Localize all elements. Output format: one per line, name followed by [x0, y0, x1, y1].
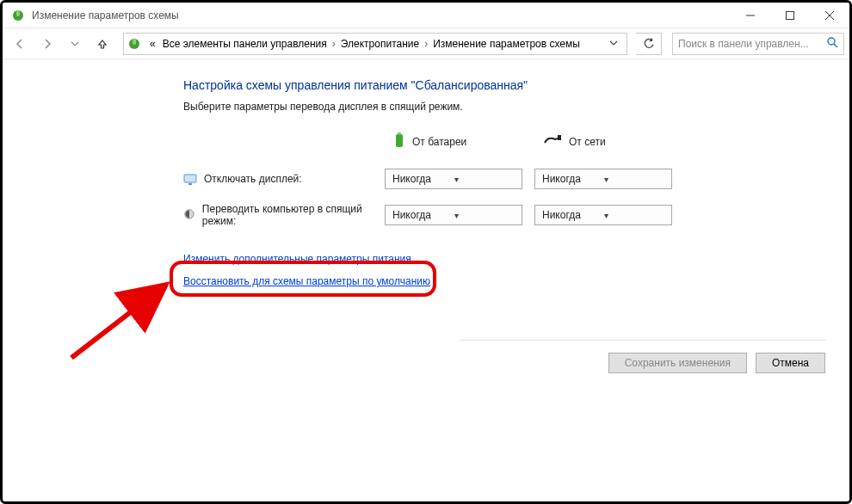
- maximize-button[interactable]: [770, 3, 810, 28]
- plug-icon: [543, 134, 562, 149]
- display-battery-select[interactable]: Никогда ▾: [385, 169, 522, 189]
- row-display-label: Отключать дисплей:: [183, 163, 373, 194]
- address-bar[interactable]: « Все элементы панели управления › Элект…: [123, 33, 627, 55]
- forward-button[interactable]: [35, 32, 59, 56]
- svg-rect-1: [16, 10, 20, 16]
- page-heading: Настройка схемы управления питанием "Сба…: [183, 78, 849, 92]
- window-title: Изменение параметров схемы: [32, 9, 731, 22]
- chevron-right-icon: ›: [332, 38, 336, 50]
- breadcrumb-item[interactable]: Электропитание: [337, 38, 423, 50]
- close-button[interactable]: [810, 3, 849, 28]
- svg-rect-7: [133, 39, 136, 45]
- advanced-settings-link[interactable]: Изменить дополнительные параметры питани…: [183, 253, 411, 265]
- sleep-icon: [183, 208, 195, 222]
- breadcrumb-item[interactable]: Изменение параметров схемы: [429, 38, 583, 50]
- display-icon: [183, 172, 197, 186]
- cancel-button[interactable]: Отмена: [756, 353, 825, 373]
- chevron-down-icon: ▾: [604, 175, 666, 184]
- col-header-battery: От батареи: [385, 128, 522, 163]
- breadcrumb-item[interactable]: Все элементы панели управления: [159, 38, 330, 50]
- search-placeholder: Поиск в панели управлен...: [678, 38, 824, 50]
- page-subheading: Выберите параметры перевода дисплея в сп…: [183, 101, 849, 113]
- recent-dropdown[interactable]: [63, 32, 87, 56]
- sleep-battery-select[interactable]: Никогда ▾: [385, 205, 522, 225]
- title-bar: Изменение параметров схемы: [3, 3, 849, 28]
- row-sleep-label: Переводить компьютер в спящий режим:: [183, 194, 373, 236]
- svg-line-9: [834, 44, 837, 47]
- search-input[interactable]: Поиск в панели управлен...: [672, 33, 844, 55]
- sleep-ac-select[interactable]: Никогда ▾: [534, 205, 672, 225]
- nav-bar: « Все элементы панели управления › Элект…: [3, 28, 849, 59]
- power-icon: [127, 37, 141, 51]
- button-row: Сохранить изменения Отмена: [460, 340, 825, 373]
- chevron-down-icon: ▾: [454, 211, 516, 220]
- back-button[interactable]: [8, 32, 32, 56]
- svg-rect-14: [188, 183, 192, 185]
- content-area: Настройка схемы управления питанием "Сба…: [3, 59, 849, 298]
- col-header-battery-label: От батареи: [412, 136, 466, 148]
- svg-rect-11: [398, 132, 401, 135]
- col-header-ac: От сети: [534, 131, 672, 161]
- search-icon: [827, 37, 838, 51]
- chevron-down-icon: ▾: [604, 211, 666, 220]
- svg-rect-10: [396, 134, 403, 147]
- svg-rect-3: [787, 11, 794, 19]
- app-icon: [11, 9, 25, 22]
- address-dropdown[interactable]: [604, 38, 623, 50]
- minimize-button[interactable]: [731, 3, 770, 28]
- chevron-down-icon: ▾: [454, 175, 516, 184]
- display-ac-select[interactable]: Никогда ▾: [534, 169, 672, 189]
- svg-point-8: [828, 38, 835, 45]
- links-block: Изменить дополнительные параметры питани…: [183, 253, 849, 298]
- breadcrumb-prefix: «: [146, 38, 159, 50]
- col-header-ac-label: От сети: [569, 136, 606, 148]
- save-button[interactable]: Сохранить изменения: [608, 353, 747, 373]
- settings-grid: От батареи От сети Отключать дисплей: Ни…: [183, 128, 849, 236]
- up-button[interactable]: [90, 32, 114, 56]
- restore-defaults-link[interactable]: Восстановить для схемы параметры по умол…: [183, 275, 430, 287]
- battery-icon: [393, 132, 405, 151]
- refresh-button[interactable]: [636, 33, 662, 55]
- svg-rect-12: [558, 135, 561, 140]
- svg-rect-13: [184, 175, 196, 182]
- chevron-right-icon: ›: [424, 38, 428, 50]
